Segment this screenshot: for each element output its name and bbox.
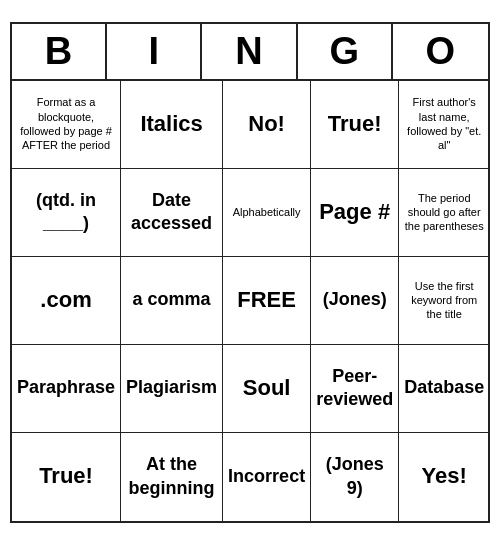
bingo-cell-24: Yes! [399, 433, 489, 521]
bingo-grid: Format as a blockquote, followed by page… [12, 81, 488, 521]
bingo-cell-0: Format as a blockquote, followed by page… [12, 81, 121, 169]
header-letter-b: B [12, 24, 107, 79]
bingo-cell-11: a comma [121, 257, 223, 345]
bingo-cell-21: At the beginning [121, 433, 223, 521]
bingo-cell-17: Soul [223, 345, 311, 433]
bingo-cell-1: Italics [121, 81, 223, 169]
bingo-cell-23: (Jones 9) [311, 433, 399, 521]
header-letter-n: N [202, 24, 297, 79]
bingo-cell-14: Use the first keyword from the title [399, 257, 489, 345]
bingo-card: BINGO Format as a blockquote, followed b… [10, 22, 490, 523]
bingo-cell-12: FREE [223, 257, 311, 345]
bingo-cell-19: Database [399, 345, 489, 433]
bingo-cell-8: Page # [311, 169, 399, 257]
bingo-cell-4: First author's last name, followed by "e… [399, 81, 489, 169]
bingo-cell-13: (Jones) [311, 257, 399, 345]
bingo-cell-16: Plagiarism [121, 345, 223, 433]
bingo-cell-9: The period should go after the parenthes… [399, 169, 489, 257]
header-letter-i: I [107, 24, 202, 79]
bingo-cell-18: Peer-reviewed [311, 345, 399, 433]
bingo-cell-6: Date accessed [121, 169, 223, 257]
header-letter-g: G [298, 24, 393, 79]
bingo-cell-2: No! [223, 81, 311, 169]
bingo-cell-15: Paraphrase [12, 345, 121, 433]
bingo-cell-5: (qtd. in ____) [12, 169, 121, 257]
bingo-cell-20: True! [12, 433, 121, 521]
bingo-header: BINGO [12, 24, 488, 81]
bingo-cell-22: Incorrect [223, 433, 311, 521]
header-letter-o: O [393, 24, 488, 79]
bingo-cell-3: True! [311, 81, 399, 169]
bingo-cell-7: Alphabetically [223, 169, 311, 257]
bingo-cell-10: .com [12, 257, 121, 345]
